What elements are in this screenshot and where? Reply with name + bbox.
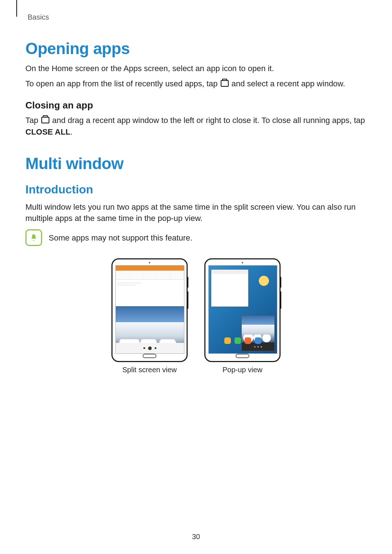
opening-body-1: On the Home screen or the Apps screen, s… xyxy=(25,63,367,74)
caption-split-screen: Split screen view xyxy=(122,366,177,374)
figure-row: Split screen view xyxy=(25,258,367,374)
caption-popup-view: Pop-up view xyxy=(222,366,262,374)
home-app-row xyxy=(209,337,277,344)
introduction-body: Multi window lets you run two apps at th… xyxy=(25,201,367,225)
recent-apps-icon xyxy=(221,80,229,87)
tablet-mock-popup xyxy=(204,258,281,362)
tablet-mock-split xyxy=(111,258,188,362)
note-bell-icon xyxy=(25,229,42,246)
section-breadcrumb: Basics xyxy=(28,13,367,21)
page-content: Basics Opening apps On the Home screen o… xyxy=(0,0,392,374)
note-text: Some apps may not support this feature. xyxy=(49,232,192,244)
heading-opening-apps: Opening apps xyxy=(25,40,367,58)
text-fragment: and drag a recent app window to the left… xyxy=(52,116,365,125)
weather-widget-icon xyxy=(258,275,273,290)
text-fragment: Tap xyxy=(25,116,41,125)
figure-split-screen: Split screen view xyxy=(111,258,188,374)
opening-body-2: To open an app from the list of recently… xyxy=(25,78,367,90)
figure-popup-view: Pop-up view xyxy=(204,258,281,374)
margin-rule xyxy=(16,0,17,17)
note-callout: Some apps may not support this feature. xyxy=(25,229,367,247)
page-number: 30 xyxy=(0,533,392,541)
text-fragment: To open an app from the list of recently… xyxy=(25,79,220,88)
text-fragment: . xyxy=(70,127,73,136)
closing-body: Tap and drag a recent app window to the … xyxy=(25,115,367,138)
heading-closing-an-app: Closing an app xyxy=(25,100,367,111)
popup-window-2 xyxy=(241,315,275,351)
close-all-label: CLOSE ALL xyxy=(25,127,70,136)
heading-multi-window: Multi window xyxy=(25,155,367,173)
popup-window-1 xyxy=(211,269,249,307)
heading-introduction: Introduction xyxy=(25,183,367,196)
text-fragment: and select a recent app window. xyxy=(232,79,345,88)
recent-apps-icon xyxy=(41,117,49,123)
